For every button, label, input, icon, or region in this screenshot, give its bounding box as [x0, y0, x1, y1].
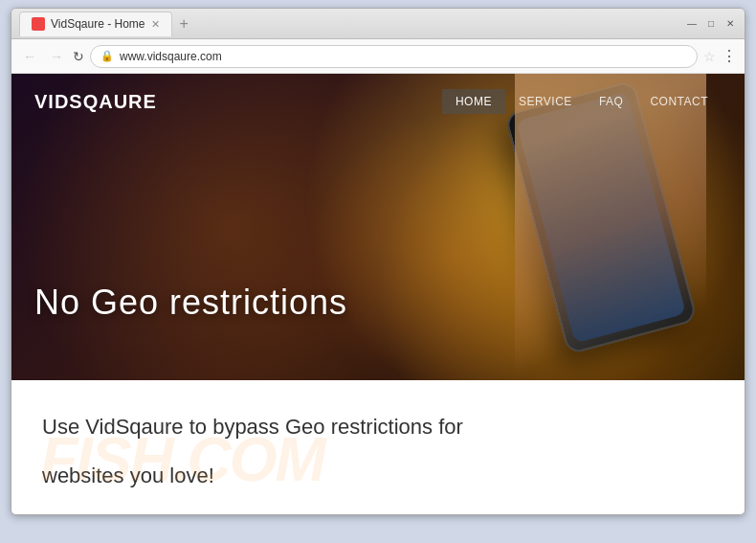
forward-button[interactable]: →	[46, 47, 67, 66]
nav-item-contact[interactable]: CONTACT	[636, 89, 722, 114]
browser-window: VidSqaure - Home ✕ + — □ ✕ ← → ↻ 🔒 www.v…	[11, 8, 745, 515]
back-button[interactable]: ←	[19, 47, 40, 66]
hero-text-area: No Geo restrictions	[34, 283, 347, 323]
hero-heading: No Geo restrictions	[34, 283, 347, 323]
content-section: FISH.COM Use VidSqaure to bypass Geo res…	[11, 380, 745, 514]
refresh-button[interactable]: ↻	[73, 49, 84, 64]
title-bar: VidSqaure - Home ✕ + — □ ✕	[11, 9, 745, 39]
url-field[interactable]: 🔒 www.vidsqaure.com	[90, 45, 698, 68]
tab-favicon	[32, 17, 45, 31]
site-navigation: VIDSQAURE HOME SERVICE FAQ CONTACT	[11, 74, 745, 129]
maximize-button[interactable]: □	[704, 17, 718, 31]
address-bar: ← → ↻ 🔒 www.vidsqaure.com ☆ ⋮	[11, 39, 745, 74]
nav-item-home[interactable]: HOME	[442, 89, 505, 114]
content-text-line1: Use VidSqaure to bypass Geo restrictions…	[42, 411, 714, 442]
close-button[interactable]: ✕	[723, 17, 737, 31]
new-tab-button[interactable]: +	[180, 15, 189, 33]
browser-tab[interactable]: VidSqaure - Home ✕	[19, 11, 172, 36]
tab-title: VidSqaure - Home	[51, 17, 145, 31]
nav-menu: HOME SERVICE FAQ CONTACT	[442, 89, 722, 114]
hero-section: VIDSQAURE HOME SERVICE FAQ CONTACT No Ge…	[11, 74, 745, 380]
url-text: www.vidsqaure.com	[120, 50, 222, 63]
nav-item-service[interactable]: SERVICE	[505, 89, 586, 114]
webpage-content: VIDSQAURE HOME SERVICE FAQ CONTACT No Ge…	[11, 74, 745, 514]
content-text-line2: websites you love!	[42, 460, 714, 491]
minimize-button[interactable]: —	[685, 17, 699, 31]
secure-icon: 🔒	[100, 50, 114, 62]
menu-icon[interactable]: ⋮	[722, 47, 737, 65]
nav-item-faq[interactable]: FAQ	[586, 89, 637, 114]
site-logo: VIDSQAURE	[34, 91, 157, 113]
bookmark-icon[interactable]: ☆	[703, 49, 716, 64]
tab-close-icon[interactable]: ✕	[151, 18, 160, 31]
